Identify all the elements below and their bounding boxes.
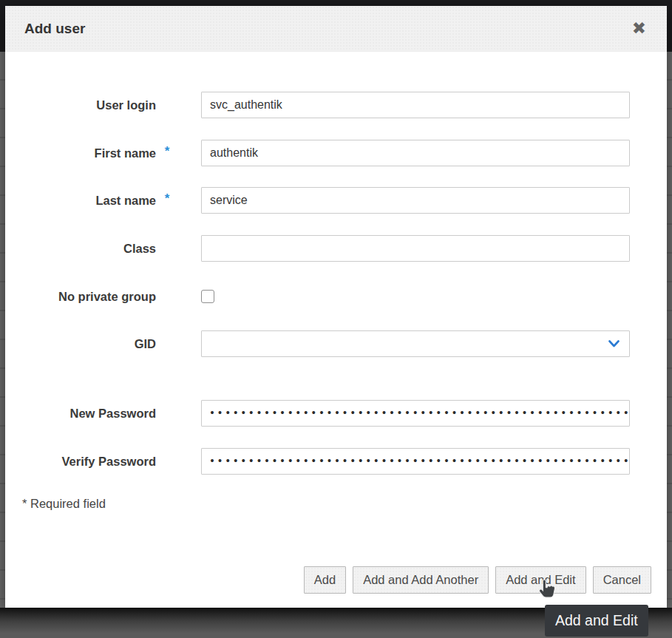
class-row: Class: [5, 235, 667, 262]
dialog-header: Add user ✖: [5, 6, 667, 52]
chevron-down-icon: [608, 340, 620, 347]
user-login-row: User login: [5, 92, 667, 118]
verify-password-label: Verify Password: [5, 455, 156, 469]
required-field-note: * Required field: [22, 497, 106, 511]
gid-label: GID: [5, 337, 156, 351]
required-asterisk: *: [156, 144, 178, 159]
no-private-group-checkbox[interactable]: [201, 290, 214, 303]
no-private-group-row: No private group: [5, 283, 667, 310]
new-password-input[interactable]: ••••••••••••••••••••••••••••••••••••••••…: [201, 400, 630, 427]
new-password-row: New Password •••••••••••••••••••••••••••…: [5, 400, 667, 427]
verify-password-row: Verify Password ••••••••••••••••••••••••…: [5, 448, 667, 475]
required-asterisk: *: [156, 191, 178, 206]
add-user-dialog: Add user ✖ User login First name * Last …: [5, 6, 667, 608]
user-login-input[interactable]: [201, 92, 630, 118]
first-name-input[interactable]: [201, 140, 630, 166]
last-name-input[interactable]: [201, 187, 630, 214]
add-and-add-another-button[interactable]: Add and Add Another: [353, 566, 489, 594]
add-button[interactable]: Add: [304, 566, 346, 594]
last-name-label: Last name: [5, 194, 156, 208]
dialog-body: User login First name * Last name * Clas…: [5, 52, 667, 608]
verify-password-input[interactable]: ••••••••••••••••••••••••••••••••••••••••…: [201, 448, 630, 475]
gid-row: GID: [5, 330, 667, 357]
close-icon[interactable]: ✖: [629, 18, 649, 38]
no-private-group-label: No private group: [5, 290, 156, 304]
class-label: Class: [5, 242, 156, 256]
last-name-row: Last name *: [5, 187, 667, 214]
dialog-footer: Add Add and Add Another Add and Edit Can…: [304, 566, 651, 594]
add-and-edit-button[interactable]: Add and Edit: [495, 566, 586, 594]
add-and-edit-tooltip: Add and Edit: [545, 605, 648, 637]
user-login-label: User login: [5, 98, 156, 112]
first-name-label: First name: [5, 146, 156, 160]
first-name-row: First name *: [5, 140, 667, 166]
dialog-title: Add user: [24, 21, 85, 37]
cancel-button[interactable]: Cancel: [593, 566, 651, 594]
gid-select[interactable]: [201, 330, 630, 357]
new-password-label: New Password: [5, 407, 156, 421]
class-input[interactable]: [201, 235, 630, 262]
